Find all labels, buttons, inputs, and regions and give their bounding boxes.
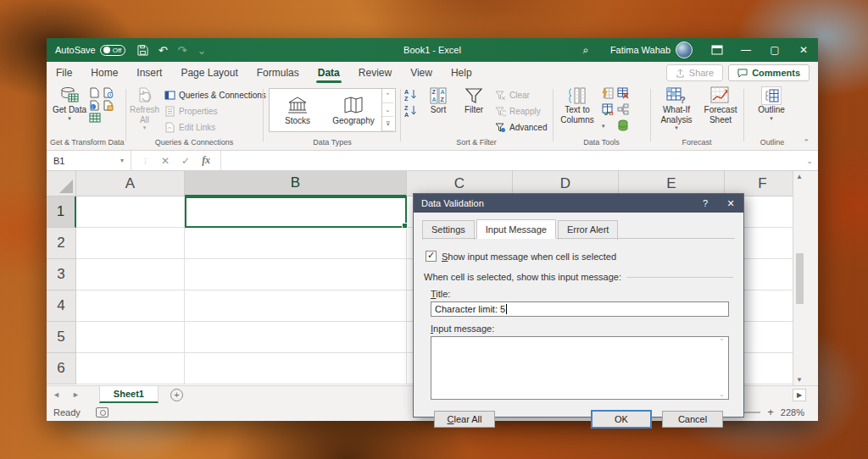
macro-record-icon[interactable]	[96, 407, 108, 418]
from-text-csv-icon[interactable]	[89, 87, 100, 98]
cell-a2[interactable]	[76, 228, 185, 259]
scroll-up-icon[interactable]: ▲	[796, 173, 803, 180]
autosave-toggle[interactable]: AutoSave Off	[55, 45, 125, 56]
show-input-message-checkbox-row[interactable]: Show input message when cell is selected	[426, 251, 733, 262]
dialog-title-bar[interactable]: Data Validation ? ✕	[414, 194, 743, 213]
cell-a4[interactable]	[76, 290, 185, 322]
scroll-down-icon[interactable]: ▼	[796, 376, 803, 384]
outline-button[interactable]: Outline ▾	[748, 84, 795, 138]
remove-duplicates-icon[interactable]	[617, 87, 631, 102]
properties-button[interactable]: Properties	[164, 104, 266, 118]
tab-home[interactable]: Home	[81, 63, 127, 83]
undo-icon[interactable]: ↶	[159, 44, 168, 57]
dialog-help-icon[interactable]: ?	[693, 194, 718, 213]
comments-button[interactable]: Comments	[728, 64, 810, 81]
data-validation-dropdown[interactable]: ▾	[602, 119, 615, 134]
sheet-nav-right-icon[interactable]: ►	[66, 390, 86, 399]
sort-za-icon[interactable]: ZA	[404, 104, 418, 117]
textarea-scrollbar[interactable]: ⌃ ⌄	[716, 338, 727, 398]
dialog-tab-input-message[interactable]: Input Message	[476, 219, 556, 239]
edit-links-button[interactable]: Edit Links	[164, 120, 266, 134]
account-button[interactable]: Fatima Wahab	[600, 38, 703, 62]
text-to-columns-button[interactable]: Text to Columns	[557, 84, 598, 138]
sort-az-icon[interactable]: AZ	[404, 88, 418, 101]
ribbon-display-options-icon[interactable]	[703, 38, 732, 62]
hscroll-right-icon[interactable]: ▶	[793, 389, 806, 401]
sort-button[interactable]: ZAAZ Sort	[424, 84, 453, 138]
dialog-tab-settings[interactable]: Settings	[422, 220, 475, 240]
textarea-scroll-down-icon[interactable]: ⌄	[716, 391, 727, 398]
geography-button[interactable]: Geography	[326, 89, 381, 131]
forecast-sheet-button[interactable]: Forecast Sheet	[702, 84, 739, 138]
add-sheet-button[interactable]: +	[170, 389, 183, 401]
tab-insert[interactable]: Insert	[127, 63, 171, 83]
tab-review[interactable]: Review	[349, 63, 401, 83]
name-box[interactable]: B1 ▾	[47, 151, 131, 170]
redo-icon[interactable]: ↷	[178, 44, 187, 57]
tab-page-layout[interactable]: Page Layout	[171, 63, 247, 83]
row-header-4[interactable]: 4	[47, 290, 76, 322]
customize-qat-icon[interactable]: ⌄	[198, 44, 207, 57]
enter-entry-icon[interactable]: ✓	[181, 155, 190, 167]
select-all-corner[interactable]	[47, 171, 76, 196]
filter-button[interactable]: Filter	[459, 84, 489, 138]
scroll-thumb[interactable]	[796, 253, 804, 304]
column-header-b[interactable]: B	[185, 171, 407, 196]
cell-a1[interactable]	[76, 196, 185, 228]
ok-button[interactable]: OK	[591, 410, 652, 429]
share-button[interactable]: Share	[666, 64, 723, 81]
column-header-a[interactable]: A	[76, 171, 185, 196]
zoom-level[interactable]: 228%	[781, 407, 804, 418]
gallery-up-icon[interactable]: ⌃	[382, 89, 393, 103]
reapply-filter-button[interactable]: Reapply	[495, 104, 547, 118]
name-box-dropdown-icon[interactable]: ▾	[120, 157, 124, 164]
zoom-in-button[interactable]: +	[767, 406, 774, 418]
row-header-1[interactable]: 1	[47, 196, 76, 228]
title-input[interactable]: Character limit: 5	[431, 301, 729, 317]
autosave-switch[interactable]: Off	[100, 45, 125, 56]
cancel-entry-icon[interactable]: ✕	[161, 155, 170, 167]
search-icon[interactable]: ⌕	[571, 38, 600, 62]
maximize-button[interactable]: ▢	[760, 38, 789, 62]
cell-b4[interactable]	[185, 290, 407, 322]
tab-formulas[interactable]: Formulas	[248, 63, 309, 83]
insert-function-icon[interactable]: fx	[202, 154, 210, 167]
cell-a5[interactable]	[76, 322, 185, 353]
row-header-5[interactable]: 5	[47, 322, 76, 353]
collapse-ribbon-icon[interactable]: ⌃	[803, 138, 810, 147]
data-validation-icon[interactable]	[602, 103, 615, 118]
tab-help[interactable]: Help	[442, 63, 481, 83]
expand-formula-bar-icon[interactable]: ⌄	[801, 157, 818, 165]
tab-file[interactable]: File	[47, 63, 81, 83]
input-message-textarea[interactable]: ⌃ ⌄	[431, 336, 729, 400]
cell-b1-selected[interactable]	[185, 196, 407, 228]
stocks-button[interactable]: Stocks	[270, 89, 326, 131]
gallery-down-icon[interactable]: ⌄	[382, 103, 393, 118]
checkbox-checked-icon[interactable]	[426, 251, 437, 262]
gallery-more-icon[interactable]: ⊽	[382, 117, 393, 131]
recent-sources-icon[interactable]	[103, 87, 114, 98]
consolidate-icon[interactable]	[617, 103, 631, 118]
row-header-3[interactable]: 3	[47, 259, 76, 290]
clear-filter-button[interactable]: Clear	[495, 88, 547, 102]
flash-fill-icon[interactable]	[602, 87, 615, 102]
sheet-tab-sheet1[interactable]: Sheet1	[99, 386, 159, 403]
clear-all-button[interactable]: Clear All	[434, 411, 495, 428]
row-header-6[interactable]: 6	[47, 353, 76, 384]
manage-data-model-icon[interactable]	[617, 119, 631, 134]
cell-b6[interactable]	[185, 353, 407, 384]
cell-a6[interactable]	[76, 353, 185, 384]
textarea-scroll-up-icon[interactable]: ⌃	[716, 338, 727, 345]
from-web-icon[interactable]: i	[89, 100, 100, 111]
queries-connections-button[interactable]: Queries & Connections	[164, 88, 266, 102]
from-table-range-icon[interactable]	[103, 100, 114, 111]
get-data-button[interactable]: Get Data ▾	[50, 84, 89, 138]
refresh-all-button[interactable]: Refresh All ▾	[130, 84, 159, 138]
tab-view[interactable]: View	[401, 63, 442, 83]
cell-a3[interactable]	[76, 259, 185, 290]
cell-b5[interactable]	[185, 322, 407, 353]
cell-b3[interactable]	[185, 259, 407, 290]
what-if-analysis-button[interactable]: ? What-If Analysis ▾	[654, 84, 698, 138]
cell-b2[interactable]	[185, 228, 407, 259]
cancel-button[interactable]: Cancel	[662, 411, 723, 428]
